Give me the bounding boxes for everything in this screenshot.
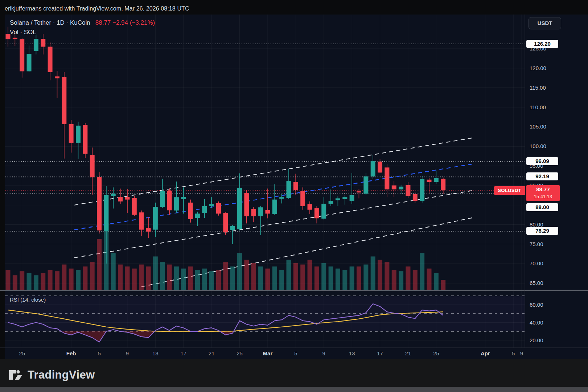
volume-bar[interactable] xyxy=(251,263,256,290)
candle[interactable] xyxy=(314,206,319,223)
candle[interactable] xyxy=(265,189,270,219)
candle[interactable] xyxy=(336,196,340,206)
candle[interactable] xyxy=(41,34,45,54)
candle[interactable] xyxy=(371,155,375,179)
trendline-upper-channel[interactable] xyxy=(74,138,472,205)
volume-bar[interactable] xyxy=(420,253,424,290)
volume-bar[interactable] xyxy=(392,270,396,290)
volume-bar[interactable] xyxy=(153,257,158,290)
candle[interactable] xyxy=(62,72,66,159)
volume-bar[interactable] xyxy=(146,266,151,290)
candle[interactable] xyxy=(153,203,158,237)
symbol-title[interactable]: Solana / Tether · 1D · KuCoin xyxy=(10,19,90,26)
rsi-indicator-label[interactable]: RSI (14, close) xyxy=(10,297,46,303)
candle[interactable] xyxy=(363,173,368,195)
volume-bar[interactable] xyxy=(216,270,221,290)
symbol-legend[interactable]: Solana / Tether · 1D · KuCoin88.77 −2.94… xyxy=(10,19,155,26)
volume-bar[interactable] xyxy=(357,266,361,290)
volume-bar[interactable] xyxy=(188,266,193,290)
candle[interactable] xyxy=(146,217,151,238)
candle[interactable] xyxy=(321,197,326,219)
candle[interactable] xyxy=(230,225,235,244)
candle[interactable] xyxy=(188,200,193,223)
candle[interactable] xyxy=(350,173,354,204)
volume-legend[interactable]: Vol · SOL xyxy=(10,29,36,36)
volume-bar[interactable] xyxy=(202,269,207,290)
candle[interactable] xyxy=(392,181,396,197)
candle[interactable] xyxy=(385,164,389,197)
candle[interactable] xyxy=(132,196,137,216)
volume-bar[interactable] xyxy=(230,266,235,290)
volume-bar[interactable] xyxy=(308,260,312,290)
candle[interactable] xyxy=(441,177,445,194)
candle[interactable] xyxy=(329,189,333,206)
chart-canvas[interactable] xyxy=(0,0,588,392)
volume-bar[interactable] xyxy=(174,266,179,290)
candle[interactable] xyxy=(202,199,207,218)
candle[interactable] xyxy=(83,123,87,158)
volume-bar[interactable] xyxy=(34,275,38,290)
candle[interactable] xyxy=(223,212,228,234)
candle[interactable] xyxy=(378,159,382,173)
candle[interactable] xyxy=(174,181,179,213)
volume-bar[interactable] xyxy=(363,265,368,290)
tradingview-logo[interactable]: TradingView xyxy=(8,367,95,383)
candle[interactable] xyxy=(272,184,277,215)
candle[interactable] xyxy=(406,182,410,198)
volume-bar[interactable] xyxy=(167,265,172,290)
volume-bar[interactable] xyxy=(6,270,11,290)
volume-bar[interactable] xyxy=(62,265,66,290)
candle[interactable] xyxy=(20,38,24,78)
candle[interactable] xyxy=(434,171,439,184)
volume-bar[interactable] xyxy=(55,271,59,290)
volume-bar[interactable] xyxy=(399,271,403,290)
candle[interactable] xyxy=(111,187,116,208)
volume-bar[interactable] xyxy=(125,266,129,290)
candle[interactable] xyxy=(300,187,305,209)
volume-bar[interactable] xyxy=(321,263,326,290)
candle[interactable] xyxy=(399,185,403,194)
volume-bar[interactable] xyxy=(20,271,24,290)
volume-bar[interactable] xyxy=(434,273,439,290)
volume-bar[interactable] xyxy=(272,266,277,290)
candle[interactable] xyxy=(216,201,221,216)
volume-bar[interactable] xyxy=(336,269,340,290)
volume-bar[interactable] xyxy=(314,266,319,290)
volume-bar[interactable] xyxy=(27,273,32,290)
candle[interactable] xyxy=(34,34,38,54)
volume-bar[interactable] xyxy=(223,262,228,290)
candle[interactable] xyxy=(342,195,347,205)
volume-bar[interactable] xyxy=(441,280,445,290)
candle[interactable] xyxy=(258,206,263,235)
volume-bar[interactable] xyxy=(83,266,87,290)
candle[interactable] xyxy=(118,189,123,204)
candle[interactable] xyxy=(160,179,165,208)
volume-bar[interactable] xyxy=(237,253,242,290)
volume-bar[interactable] xyxy=(41,273,45,290)
candle[interactable] xyxy=(237,173,242,230)
volume-bar[interactable] xyxy=(300,265,305,290)
volume-bar[interactable] xyxy=(342,270,347,290)
volume-bar[interactable] xyxy=(413,270,418,290)
volume-bar[interactable] xyxy=(76,270,81,290)
volume-bar[interactable] xyxy=(427,269,432,290)
volume-bar[interactable] xyxy=(406,266,410,290)
volume-bar[interactable] xyxy=(293,263,298,290)
candle[interactable] xyxy=(55,71,59,98)
volume-bar[interactable] xyxy=(329,266,333,290)
candle[interactable] xyxy=(90,147,95,195)
candle[interactable] xyxy=(195,212,200,226)
candle[interactable] xyxy=(167,189,172,215)
volume-bar[interactable] xyxy=(160,262,165,290)
candle[interactable] xyxy=(251,207,256,222)
candle[interactable] xyxy=(27,45,32,72)
volume-bar[interactable] xyxy=(118,265,123,290)
candle[interactable] xyxy=(139,211,144,236)
candle[interactable] xyxy=(69,120,74,152)
candle[interactable] xyxy=(48,42,53,80)
candle[interactable] xyxy=(125,189,129,213)
candle[interactable] xyxy=(97,172,102,233)
volume-bar[interactable] xyxy=(69,269,74,290)
volume-bar[interactable] xyxy=(97,239,102,290)
candle[interactable] xyxy=(244,191,249,223)
